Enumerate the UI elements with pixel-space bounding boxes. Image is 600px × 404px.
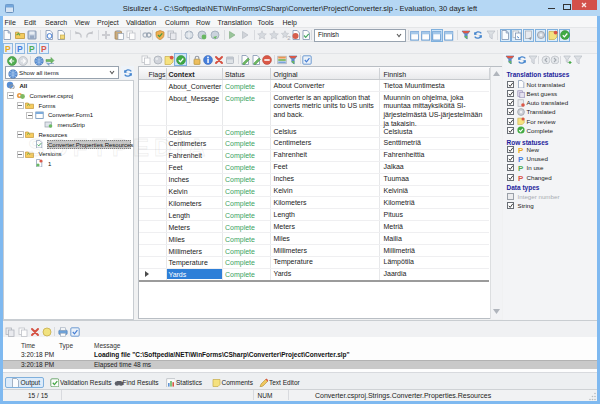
svg-text:P: P bbox=[5, 44, 11, 53]
svg-text:P: P bbox=[518, 146, 524, 155]
svg-text:P: P bbox=[41, 44, 47, 53]
svg-text:P: P bbox=[518, 173, 524, 182]
svg-text:P: P bbox=[17, 44, 23, 53]
svg-text:2: 2 bbox=[287, 34, 291, 39]
svg-text:P: P bbox=[518, 164, 524, 173]
svg-text:P: P bbox=[518, 155, 524, 164]
svg-text:P: P bbox=[29, 44, 35, 53]
